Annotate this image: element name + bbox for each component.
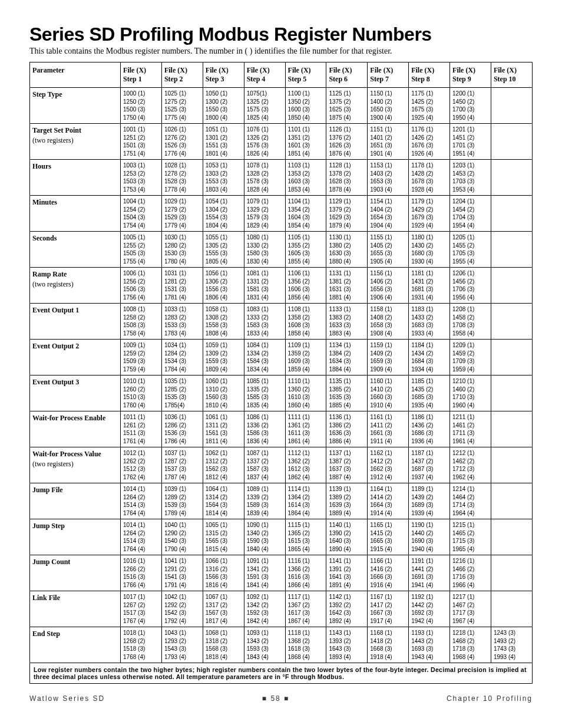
data-cell: 1164 (1)1414 (2)1664 (3)1914 (4) <box>368 483 409 519</box>
data-cell <box>491 555 532 591</box>
data-cell: 1143 (1)1393 (2)1643 (3)1893 (4) <box>326 627 368 663</box>
data-cell: 1134 (1)1384 (2)1634 (3)1884 (4) <box>326 340 368 375</box>
data-cell: 1135 (1)1385 (2)1635 (3)1885 (4) <box>326 375 368 411</box>
data-cell: 1176 (1)1426 (2)1676 (3)1926 (4) <box>409 124 450 160</box>
param-cell: Hours <box>30 160 121 196</box>
data-cell: 1003 (1)1253 (2)1503 (3)1753 (4) <box>121 160 162 196</box>
page-title: Series SD Profiling Modbus Register Numb… <box>29 24 533 45</box>
data-cell: 1108 (1)1358 (2)1608 (3)1858 (4) <box>285 304 326 340</box>
table-row: Event Output 21009 (1)1259 (2)1509 (3)17… <box>30 340 533 375</box>
param-cell: Wait-for Process Value(two registers) <box>30 447 121 483</box>
data-cell <box>491 268 532 304</box>
data-cell: 1125 (1)1375 (2)1625 (3)1875 (4) <box>326 88 368 124</box>
param-cell: Minutes <box>30 196 121 232</box>
data-cell: 1076 (1)1326 (2)1576 (3)1826 (4) <box>244 124 285 160</box>
table-row: Event Output 11008 (1)1258 (2)1508 (3)17… <box>30 304 533 340</box>
data-cell <box>491 232 532 268</box>
data-cell: 1140 (1)1390 (2)1640 (3)1890 (4) <box>326 519 368 555</box>
data-cell: 1036 (1)1286 (2)1536 (3)1786 (4) <box>161 411 203 447</box>
table-row: Minutes1004 (1)1254 (2)1504 (3)1754 (4)1… <box>30 196 533 232</box>
data-cell: 1187 (1)1437 (2)1687 (3)1937 (4) <box>409 447 450 483</box>
data-cell: 1067 (1)1317 (2)1567 (3)1817 (4) <box>203 591 244 627</box>
data-cell: 1079 (1)1329 (2)1579 (3)1829 (4) <box>244 196 285 232</box>
col-step-9: File (X)Step 9 <box>450 62 491 88</box>
data-cell <box>491 304 532 340</box>
param-cell: Event Output 2 <box>30 340 121 375</box>
data-cell: 1161 (1)1411 (2)1661 (3)1911 (4) <box>368 411 409 447</box>
data-cell: 1058 (1)1308 (2)1558 (3)1808 (4) <box>203 304 244 340</box>
data-cell: 1026 (1)1276 (2)1526 (3)1776 (4) <box>161 124 203 160</box>
data-cell: 1106 (1)1356 (2)1606 (3)1856 (4) <box>285 268 326 304</box>
data-cell: 1034 (1)1284 (2)1534 (3)1784 (4) <box>161 340 203 375</box>
footnote-text: Low register numbers contain the two hig… <box>30 663 533 684</box>
data-cell: 1112 (1)1362 (2)1612 (3)1862 (4) <box>285 447 326 483</box>
data-cell: 1133 (1)1383 (2)1633 (3)1883 (4) <box>326 304 368 340</box>
data-cell: 1178 (1)1428 (2)1678 (3)1928 (4) <box>409 160 450 196</box>
data-cell: 1128 (1)1378 (2)1628 (3)1878 (4) <box>326 160 368 196</box>
data-cell: 1039 (1)1289 (2)1539 (3)1789 (4) <box>161 483 203 519</box>
data-cell: 1184 (1)1434 (2)1684 (3)1934 (4) <box>409 340 450 375</box>
data-cell: 1162 (1)1412 (2)1662 (3)1912 (4) <box>368 447 409 483</box>
data-cell: 1031 (1)1281 (2)1531 (3)1781 (4) <box>161 268 203 304</box>
data-cell: 1081 (1)1331 (2)1581 (3)1831 (4) <box>244 268 285 304</box>
data-cell: 1139 (1)1389 (2)1639 (3)1889 (4) <box>326 483 368 519</box>
param-cell: Event Output 1 <box>30 304 121 340</box>
data-cell: 1014 (1)1264 (2)1514 (3)1764 (4) <box>121 519 162 555</box>
data-cell: 1103 (1)1353 (2)1603 (3)1853 (4) <box>285 160 326 196</box>
data-cell: 1183 (1)1433 (2)1683 (3)1933 (4) <box>409 304 450 340</box>
data-cell <box>491 124 532 160</box>
data-cell: 1100 (1)1350 (2)1600 (3)1850 (4) <box>285 88 326 124</box>
data-cell: 1059 (1)1309 (2)1559 (3)1809 (4) <box>203 340 244 375</box>
data-cell: 1018 (1)1268 (2)1518 (3)1768 (4) <box>121 627 162 663</box>
footer-right: Chapter 10 Profiling <box>447 694 533 703</box>
data-cell: 1080 (1)1330 (2)1580 (3)1830 (4) <box>244 232 285 268</box>
data-cell: 1126 (1)1376 (2)1626 (3)1876 (4) <box>326 124 368 160</box>
data-cell: 1105 (1)1355 (2)1605 (3)1855 (4) <box>285 232 326 268</box>
data-cell: 1185 (1)1435 (2)1685 (3)1935 (4) <box>409 375 450 411</box>
data-cell <box>491 340 532 375</box>
col-step-6: File (X)Step 6 <box>326 62 368 88</box>
data-cell: 1189 (1)1439 (2)1689 (3)1939 (4) <box>409 483 450 519</box>
data-cell: 1025 (1)1275 (2)1525 (3)1775 (4) <box>161 88 203 124</box>
data-cell: 1017 (1)1267 (2)1517 (3)1767 (4) <box>121 591 162 627</box>
data-cell: 1150 (1)1400 (2)1650 (3)1900 (4) <box>368 88 409 124</box>
data-cell <box>491 375 532 411</box>
data-cell: 1068 (1)1318 (2)1568 (3)1818 (4) <box>203 627 244 663</box>
footer-left: Watlow Series SD <box>29 694 105 703</box>
data-cell: 1211 (1)1461 (2)1711 (3)1961 (4) <box>450 411 491 447</box>
data-cell: 1153 (1)1403 (2)1653 (3)1903 (4) <box>368 160 409 196</box>
data-cell: 1186 (1)1436 (2)1686 (3)1936 (4) <box>409 411 450 447</box>
data-cell: 1075(1)1325 (2)1575 (3)1825 (4) <box>244 88 285 124</box>
data-cell: 1208 (1)1458 (2)1708 (3)1958 (4) <box>450 304 491 340</box>
footer-center: ■ 58 ■ <box>262 694 290 703</box>
param-cell: Jump Step <box>30 519 121 555</box>
data-cell: 1165 (1)1415 (2)1665 (3)1915 (4) <box>368 519 409 555</box>
data-cell <box>491 88 532 124</box>
data-cell <box>491 196 532 232</box>
data-cell: 1155 (1)1405 (2)1655 (3)1905 (4) <box>368 232 409 268</box>
data-cell: 1115 (1)1365 (2)1615 (3)1865 (4) <box>285 519 326 555</box>
data-cell: 1090 (1)1340 (2)1590 (3)1840 (4) <box>244 519 285 555</box>
data-cell: 1050 (1)1300 (2)1550 (3)1800 (4) <box>203 88 244 124</box>
data-cell: 1089 (1)1339 (2)1589 (3)1839 (4) <box>244 483 285 519</box>
data-cell: 1016 (1)1266 (2)1516 (3)1766 (4) <box>121 555 162 591</box>
data-cell: 1054 (1)1304 (2)1554 (3)1804 (4) <box>203 196 244 232</box>
param-cell: Jump Count <box>30 555 121 591</box>
param-cell: Jump File <box>30 483 121 519</box>
table-row: Step Type1000 (1)1250 (2)1500 (3)1750 (4… <box>30 88 533 124</box>
data-cell: 1055 (1)1305 (2)1555 (3)1805 (4) <box>203 232 244 268</box>
data-cell: 1111 (1)1361 (2)1611 (3)1861 (4) <box>285 411 326 447</box>
data-cell: 1203 (1)1453 (2)1703 (3)1953 (4) <box>450 160 491 196</box>
data-cell: 1154 (1)1404 (2)1654 (3)1904 (4) <box>368 196 409 232</box>
data-cell: 1086 (1)1336 (2)1586 (3)1836 (4) <box>244 411 285 447</box>
data-cell: 1129 (1)1379 (2)1629 (3)1879 (4) <box>326 196 368 232</box>
table-row: End Step1018 (1)1268 (2)1518 (3)1768 (4)… <box>30 627 533 663</box>
data-cell: 1191 (1)1441 (2)1691 (3)1941 (4) <box>409 555 450 591</box>
data-cell <box>491 447 532 483</box>
register-table: ParameterFile (X)Step 1File (X)Step 2Fil… <box>29 62 533 684</box>
data-cell: 1206 (1)1456 (2)1706 (3)1956 (4) <box>450 268 491 304</box>
data-cell: 1217 (1)1467 (2)1717 (3)1967 (4) <box>450 591 491 627</box>
page-subtitle: This table contains the Modbus register … <box>29 47 533 56</box>
data-cell: 1043 (1)1293 (2)1543 (3)1793 (4) <box>161 627 203 663</box>
data-cell: 1136 (1)1386 (2)1636 (3)1886 (4) <box>326 411 368 447</box>
